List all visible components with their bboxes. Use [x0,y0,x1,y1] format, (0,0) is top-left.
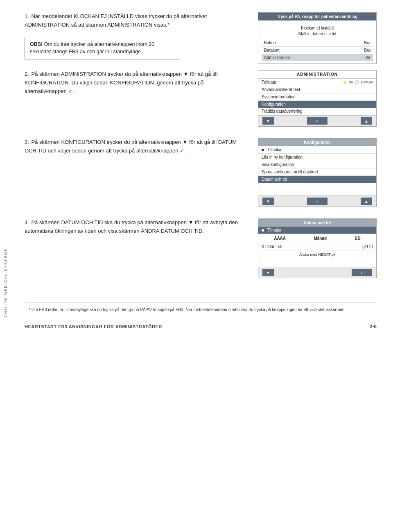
screen3-btn-check[interactable]: ✓ [307,198,328,205]
screen3-items: Tillbaka Läs in ny konfiguration Visa ko… [258,146,376,196]
step2-number: 2. [25,71,29,77]
screen2-item-test: Användarinitierat test [258,86,376,93]
screen2-item-sys: Systeminformation [258,93,376,101]
screen4-btn-check[interactable]: ✓ [352,269,372,276]
footnote: * Om FR3 redan är i standbyläge ska du t… [25,307,377,313]
screen3-item-spara: Spara konfiguration till datakort [258,168,376,176]
page-footer: * Om FR3 redan är i standbyläge ska du t… [25,302,377,330]
step3-block: 3. På skärmen KONFIGURATION trycker du p… [25,138,377,207]
screen2-item-trad: Trådlös dataöverföring [258,108,376,115]
step2-paragraph: 2. På skärmen ADMINISTRATION trycker du … [25,70,246,95]
screen1-row3: Administration AV [262,54,373,61]
screen4-time-row: tt : mm : ss (24 h) [258,243,376,250]
footnote-text: Om FR3 redan är i standbyläge ska du try… [32,307,346,312]
screen2-btn-up[interactable]: ▲ [361,117,372,125]
screen3-item-visa: Visa konfiguration [258,161,376,168]
screen4-spacer [258,259,376,267]
step1-text: 1. När meddelandet KLOCKAN EJ INSTÄLLD v… [25,12,250,66]
step4-block: 4. På skärmen DATUM OCH TID ska du tryck… [25,218,377,278]
screen2-buttons: ▼ ✓ ▲ [258,115,376,126]
screen4-box: Datum och tid Tillbaka ÅÅÅÅ Månad DD tt … [258,218,377,278]
screen2-items: Falldata ⚡ ## 🕐 #:##:## Användarinitiera… [258,79,376,115]
screen2-box: ADMINISTRATION Falldata ⚡ ## 🕐 #:##:## A… [258,70,377,127]
screen1-row2: Datakort Bra [262,47,373,54]
screen1-header: Tryck på PA-knapp för patientanvändning [258,13,376,20]
screen3-box: Konfiguration Tillbaka Läs in ny konfigu… [258,138,377,207]
screen3-spacer [258,183,376,196]
screen4-title: Datum och tid [258,219,376,227]
screen3-item-las: Läs in ny konfiguration [258,154,376,161]
step3-paragraph: 3. På skärmen KONFIGURATION trycker du p… [25,138,246,155]
screen3-btn-down[interactable]: ▼ [262,198,274,205]
screen1-row1: Batteri Bra [262,39,373,47]
step4-screen: Datum och tid Tillbaka ÅÅÅÅ Månad DD tt … [258,218,377,278]
screen1-box: Tryck på PA-knapp för patientanvändning … [258,12,377,64]
footer-bottom: HEARTSTART FR3 ANVISNINGAR FÖR ADMINISTR… [25,321,377,330]
step1-number: 1. [25,13,29,19]
obs-text: Om du inte trycker på alternativknappen … [30,41,154,55]
step1-paragraph: 1. När meddelandet KLOCKAN EJ INSTÄLLD v… [25,12,250,30]
falldata-label: Falldata [262,80,276,84]
obs-title: OBS! [30,41,43,47]
side-label: PHILIPS MEDICAL SYSTEMS [4,248,8,317]
step2-text: 2. På skärmen ADMINISTRATION trycker du … [25,70,250,95]
footer-title: HEARTSTART FR3 ANVISNINGAR FÖR ADMINISTR… [25,324,162,329]
tillbaka-bullet-icon [262,149,264,151]
screen3-btn-up[interactable]: ▲ [361,198,372,205]
screen4-buttons: ▼ ✓ [258,267,376,278]
screen4-tillbaka: Tillbaka [258,227,376,234]
screen3-item-tillbaka: Tillbaka [258,146,376,154]
step4-number: 4. [25,219,29,225]
screen3-item-datum: Datum och tid [258,176,376,183]
screen4-note: Ändra med NEDAT-pil [258,250,376,259]
step2-block: 2. På skärmen ADMINISTRATION trycker du … [25,70,377,127]
falldata-icons: ⚡ ## 🕐 #:##:## [343,80,373,84]
step1-screen: Tryck på PA-knapp för patientanvändning … [258,12,377,66]
step1-block: 1. När meddelandet KLOCKAN EJ INSTÄLLD v… [25,12,377,66]
step3-screen: Konfiguration Tillbaka Läs in ny konfigu… [258,138,377,207]
screen4-btn-down[interactable]: ▼ [262,269,274,276]
screen4-date-fields: ÅÅÅÅ Månad DD [258,234,376,243]
footer-page: 2-6 [370,324,377,330]
screen2-btn-down[interactable]: ▼ [262,117,274,125]
footnote-star: * [29,307,30,312]
step2-screen: ADMINISTRATION Falldata ⚡ ## 🕐 #:##:## A… [258,70,377,127]
screen2-item-falldata: Falldata ⚡ ## 🕐 #:##:## [258,79,376,86]
step3-number: 3. [25,139,29,145]
screen2-item-konf: Konfiguration [258,101,376,108]
screen1-body: Klockan ej inställd Ställ in datum och t… [258,20,376,64]
screen2-title: ADMINISTRATION [258,70,376,79]
step4-text: 4. På skärmen DATUM OCH TID ska du tryck… [25,218,250,236]
step3-text: 3. På skärmen KONFIGURATION trycker du p… [25,138,250,155]
step4-paragraph: 4. På skärmen DATUM OCH TID ska du tryck… [25,218,246,236]
screen1-center: Klockan ej inställd Ställ in datum och t… [262,23,373,39]
datum-tillbaka-bullet-icon [262,229,264,232]
screen3-buttons: ▼ ✓ ▲ [258,196,376,207]
obs-box: OBS! Om du inte trycker på alternativkna… [25,37,180,60]
screen4-body: Tillbaka ÅÅÅÅ Månad DD tt : mm : ss (24 … [258,227,376,267]
screen3-title: Konfiguration [258,139,376,146]
screen2-btn-check[interactable]: ✓ [307,117,328,125]
